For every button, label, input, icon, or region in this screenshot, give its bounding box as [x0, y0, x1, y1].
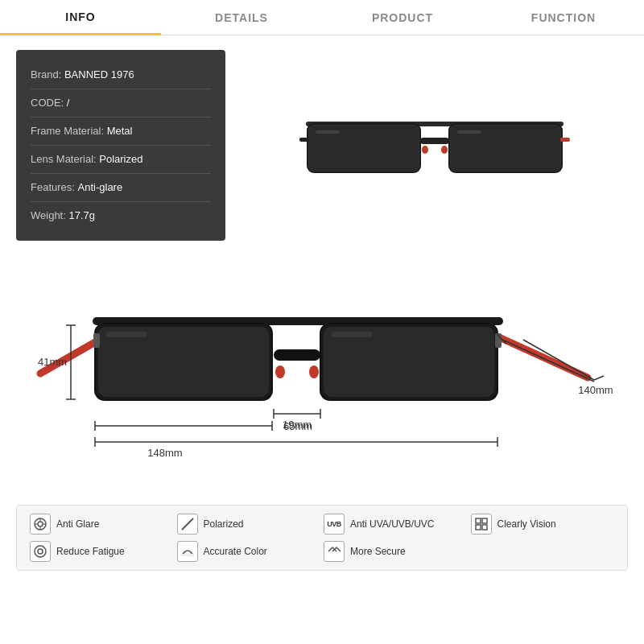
feature-reduce-fatigue: Reduce Fatigue — [30, 541, 174, 562]
svg-rect-8 — [299, 138, 309, 142]
svg-rect-9 — [560, 138, 570, 142]
glasses-dimension-view: 41mm 19mm 148mm 65mm 140mm — [16, 253, 628, 494]
svg-rect-18 — [324, 327, 494, 397]
info-brand: Brand: BANNED 1976 — [31, 61, 211, 89]
tab-product[interactable]: PRODUCT — [322, 0, 483, 35]
svg-point-6 — [422, 146, 428, 154]
svg-rect-60 — [182, 554, 193, 556]
svg-rect-10 — [316, 130, 340, 134]
svg-text:65mm: 65mm — [283, 420, 312, 432]
svg-point-21 — [309, 365, 319, 378]
feature-accurate-color: Accurate Color — [177, 541, 321, 562]
top-section: Brand: BANNED 1976 CODE: / Frame Materia… — [16, 50, 628, 241]
tab-details[interactable]: DETAILS — [161, 0, 322, 35]
svg-point-20 — [275, 365, 285, 378]
svg-point-48 — [38, 522, 43, 526]
info-features: Features: Anti-glare — [31, 174, 211, 202]
svg-point-59 — [38, 549, 43, 554]
reduce-fatigue-icon — [30, 541, 51, 562]
more-secure-label: More Secure — [350, 546, 406, 557]
svg-rect-16 — [98, 327, 269, 397]
feature-anti-glare: Anti Glare — [30, 514, 174, 535]
accurate-color-label: Accurate Color — [204, 546, 267, 557]
more-secure-icon — [324, 541, 345, 562]
accurate-color-icon — [177, 541, 198, 562]
tab-function[interactable]: FUNCTION — [483, 0, 644, 35]
anti-glare-label: Anti Glare — [56, 518, 99, 530]
svg-text:140mm: 140mm — [578, 384, 613, 396]
svg-rect-56 — [476, 525, 481, 530]
feature-clearly-vision: Clearly Vision — [471, 514, 615, 535]
svg-text:41mm: 41mm — [38, 356, 67, 368]
uvb-label: Anti UVA/UVB/UVC — [350, 518, 434, 530]
svg-line-13 — [499, 337, 588, 378]
uvb-icon: UVB — [324, 514, 345, 535]
clearly-vision-icon — [471, 514, 492, 535]
feature-polarized: Polarized — [177, 514, 321, 535]
info-frame: Frame Material: Metal — [31, 118, 211, 146]
svg-rect-55 — [482, 518, 487, 523]
svg-rect-25 — [332, 332, 372, 337]
reduce-fatigue-label: Reduce Fatigue — [56, 546, 125, 557]
svg-line-53 — [182, 518, 193, 530]
polarized-label: Polarized — [204, 518, 244, 530]
tab-info[interactable]: INFO — [0, 1, 161, 35]
feature-uvb: UVB Anti UVA/UVB/UVC — [324, 514, 468, 535]
anti-glare-icon — [30, 514, 51, 535]
polarized-icon — [177, 514, 198, 535]
svg-text:148mm: 148mm — [147, 447, 182, 459]
features-section: Anti Glare Polarized UVB Anti UVA/UVB/UV… — [16, 505, 628, 571]
info-weight: Weight: 17.7g — [31, 202, 211, 229]
svg-point-58 — [35, 546, 46, 557]
svg-rect-22 — [93, 333, 100, 348]
feature-more-secure: More Secure — [324, 541, 468, 562]
svg-rect-19 — [274, 349, 320, 361]
product-image-top — [242, 50, 628, 241]
svg-rect-5 — [420, 138, 449, 144]
svg-rect-24 — [106, 332, 147, 337]
svg-rect-11 — [457, 130, 481, 134]
svg-line-43 — [594, 376, 604, 380]
info-box: Brand: BANNED 1976 CODE: / Frame Materia… — [16, 50, 225, 241]
dimension-section: 41mm 19mm 148mm 65mm 140mm — [16, 249, 628, 498]
svg-rect-54 — [476, 518, 481, 523]
info-code: CODE: / — [31, 89, 211, 118]
svg-point-7 — [441, 146, 448, 154]
svg-rect-57 — [482, 525, 487, 530]
nav-tabs: INFO DETAILS PRODUCT FUNCTION — [0, 0, 644, 35]
main-content: Brand: BANNED 1976 CODE: / Frame Materia… — [0, 35, 644, 579]
svg-line-42 — [523, 340, 594, 380]
glasses-top-view — [298, 93, 572, 198]
clearly-vision-label: Clearly Vision — [497, 518, 556, 530]
info-lens: Lens Material: Polarized — [31, 146, 211, 174]
svg-line-45 — [501, 339, 594, 382]
